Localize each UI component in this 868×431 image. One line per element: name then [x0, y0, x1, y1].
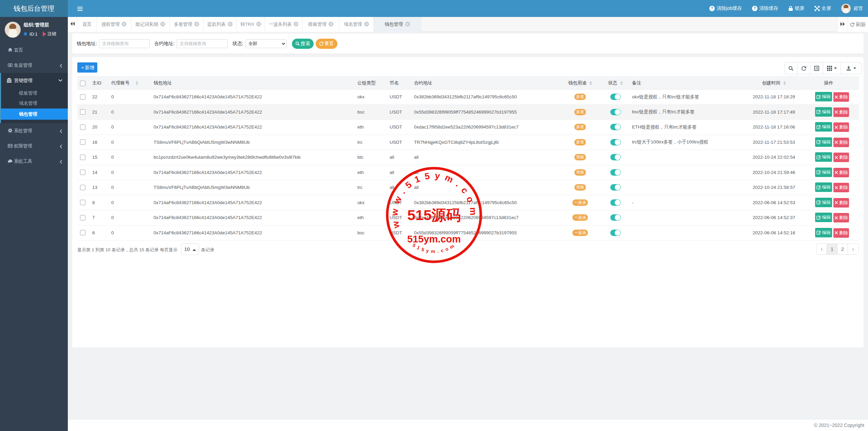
svg-text:?: ? [711, 6, 713, 11]
svg-text:?: ? [753, 6, 756, 11]
